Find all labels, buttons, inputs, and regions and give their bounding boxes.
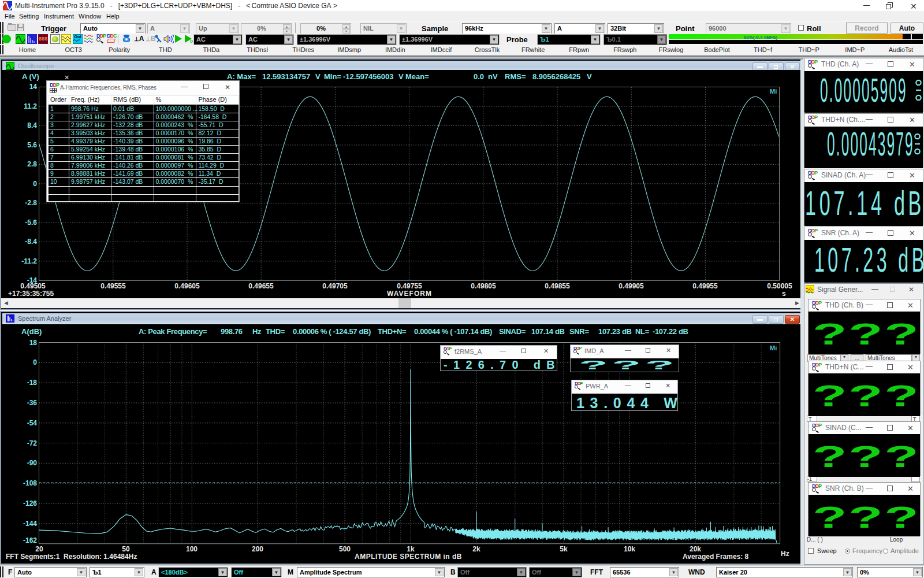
svg-text:?: ? [813,440,847,473]
svg-text:?: ? [884,379,919,413]
svg-text:?: ? [848,440,883,473]
svg-text:13.044 W: 13.044 W [576,395,677,411]
svg-text:-126.70 dB: -126.70 dB [444,360,557,371]
svg-text:?: ? [848,317,883,351]
svg-text:107.14 dB: 107.14 dB [805,184,923,222]
svg-text:?: ? [884,317,919,351]
svg-text:0.00043979: 0.00043979 [827,127,914,162]
svg-text:?: ? [813,501,847,534]
svg-text:0.00005909: 0.00005909 [820,72,907,109]
svg-text:?: ? [645,358,674,372]
svg-text:107.23 dB: 107.23 dB [814,240,923,279]
svg-text:?: ? [884,501,919,534]
svg-text:?: ? [848,501,883,534]
svg-text:?: ? [848,379,883,413]
svg-text:?: ? [813,317,847,351]
svg-text:?: ? [612,358,641,372]
svg-text:?: ? [813,379,847,413]
svg-text:?: ? [884,440,919,473]
svg-text:?: ? [579,358,608,372]
